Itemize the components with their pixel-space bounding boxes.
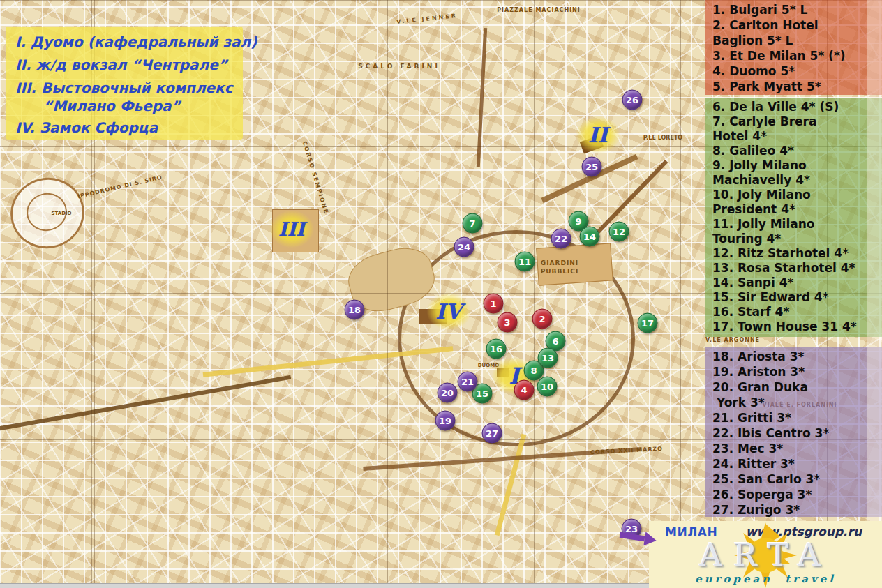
brand-tagline: european travel — [649, 573, 882, 585]
agency-logo-box: МИЛАН www.ptsgroup.ru ARTA european trav… — [649, 521, 882, 588]
hotel-marker-1[interactable]: 1 — [484, 294, 504, 314]
hotel-3star-line-4: York 3* — [712, 395, 882, 410]
hotel-5star-line-6: 5. Park Myatt 5* — [712, 79, 882, 94]
hotel-marker-3[interactable]: 3 — [498, 312, 518, 333]
landmark-legend-line-2: II. ж/д вокзал “Чентрале” — [15, 56, 243, 73]
hotel-3star-line-10: 26. Soperga 3* — [712, 487, 882, 502]
landmark-legend: I. Дуомо (кафедральный зал)II. ж/д вокза… — [6, 27, 243, 140]
street-label-10: V.LE ARGONNE — [705, 337, 760, 343]
hotel-3star-line-8: 24. Ritter 3* — [712, 456, 882, 472]
street-label-9: P.LE LORETO — [643, 135, 682, 141]
hotel-3star-line-6: 22. Ibis Centro 3* — [712, 425, 882, 441]
hotel-5star-line-3: Baglion 5* L — [712, 33, 882, 48]
hotel-4star-line-11: 12. Ritz Starhotel 4* — [712, 246, 882, 261]
landmark-legend-line-5: IV. Замок Сфорца — [15, 119, 243, 136]
hotel-marker-25[interactable]: 25 — [582, 157, 602, 177]
hotel-marker-19[interactable]: 19 — [435, 411, 456, 431]
panel-4-star-hotels: 6. De la Ville 4* (S)7. Carlyle BreraHot… — [705, 98, 882, 337]
hotel-marker-20[interactable]: 20 — [438, 383, 458, 403]
hotel-3star-line-9: 25. San Carlo 3* — [712, 472, 882, 487]
hotel-4star-line-10: Touring 4* — [712, 232, 882, 246]
hotel-4star-line-4: 8. Galileo 4* — [712, 144, 882, 158]
panel-5-star-hotels: 1. Bulgari 5* L2. Carlton HotelBaglion 5… — [705, 0, 882, 95]
hotel-marker-4[interactable]: 4 — [514, 380, 535, 400]
hotel-4star-line-1: 6. De la Ville 4* (S) — [712, 100, 882, 114]
landmark-marker-III[interactable]: III — [278, 218, 305, 240]
hotel-3star-line-2: 19. Ariston 3* — [712, 364, 882, 379]
hotel-marker-24[interactable]: 24 — [454, 237, 474, 257]
street-label-7: GIARDINI — [541, 259, 578, 266]
hotel-5star-line-4: 3. Et De Milan 5* (*) — [712, 48, 882, 63]
hotel-marker-14[interactable]: 14 — [580, 227, 600, 247]
hotel-marker-27[interactable]: 27 — [482, 423, 502, 444]
hotel-4star-line-14: 15. Sir Edward 4* — [712, 290, 882, 305]
hotel-marker-16[interactable]: 16 — [486, 339, 507, 359]
hotel-marker-13[interactable]: 13 — [538, 348, 558, 368]
hotel-5star-line-2: 2. Carlton Hotel — [712, 17, 882, 33]
hotel-5star-line-1: 1. Bulgari 5* L — [712, 2, 882, 17]
hotel-4star-line-3: Hotel 4* — [712, 129, 882, 144]
hotel-marker-21[interactable]: 21 — [458, 372, 478, 392]
hotel-3star-line-7: 23. Mec 3* — [712, 441, 882, 456]
street-label-1: PIAZZALE MACIACHINI — [497, 7, 581, 13]
hotel-4star-line-9: 11. Jolly Milano — [712, 217, 882, 232]
hotel-3star-line-3: 20. Gran Duka — [712, 379, 882, 395]
hotel-4star-line-2: 7. Carlyle Brera — [712, 114, 882, 129]
landmark-marker-II[interactable]: II — [588, 123, 608, 147]
brand-logo-arta: ARTA — [649, 539, 882, 571]
hotel-3star-line-5: 21. Gritti 3* — [712, 410, 882, 425]
hotel-3star-line-1: 18. Ariosta 3* — [712, 349, 882, 364]
hotel-4star-line-16: 17. Town House 31 4* — [712, 319, 882, 334]
street-label-8: PUBBLICI — [541, 268, 579, 275]
hotel-4star-line-7: 10. Joly Milano — [712, 188, 882, 202]
milan-hotels-map: PIAZZALE MACIACHINIV.LE JENNERSCALO FARI… — [0, 0, 882, 588]
map-bottom-margin — [0, 583, 649, 588]
landmark-legend-line-1: I. Дуомо (кафедральный зал) — [15, 33, 243, 50]
landmark-legend-line-3: III. Выстовочный комплекс — [15, 80, 243, 96]
hotel-marker-12[interactable]: 12 — [609, 222, 629, 242]
hotel-marker-26[interactable]: 26 — [622, 90, 643, 110]
hotel-4star-line-6: Machiavelly 4* — [712, 173, 882, 188]
hotel-4star-line-5: 9. Jolly Milano — [712, 158, 882, 173]
street-label-3: SCALO FARINI — [358, 63, 440, 70]
panel-3-star-hotels: 18. Ariosta 3*19. Ariston 3*20. Gran Duk… — [705, 347, 882, 517]
hotel-4star-line-12: 13. Rosa Starhotel 4* — [712, 261, 882, 276]
street-label-5: STADIO — [51, 211, 71, 216]
landmark-marker-IV[interactable]: IV — [435, 299, 461, 324]
hotel-4star-line-8: President 4* — [712, 202, 882, 217]
landmark-legend-line-4: “Милано Фьера” — [43, 98, 243, 114]
hotel-4star-line-15: 16. Starf 4* — [712, 305, 882, 319]
hotel-4star-line-13: 14. Sanpi 4* — [712, 276, 882, 290]
hotel-3star-line-11: 27. Zurigo 3* — [712, 502, 882, 518]
hotel-marker-2[interactable]: 2 — [532, 309, 553, 329]
hotel-marker-22[interactable]: 22 — [551, 229, 571, 249]
hotel-marker-17[interactable]: 17 — [638, 313, 658, 333]
hotel-5star-line-5: 4. Duomo 5* — [712, 63, 882, 79]
hotel-marker-11[interactable]: 11 — [515, 252, 535, 272]
hotel-marker-18[interactable]: 18 — [345, 300, 365, 320]
hotel-marker-7[interactable]: 7 — [463, 213, 483, 234]
hotel-marker-10[interactable]: 10 — [537, 377, 558, 397]
